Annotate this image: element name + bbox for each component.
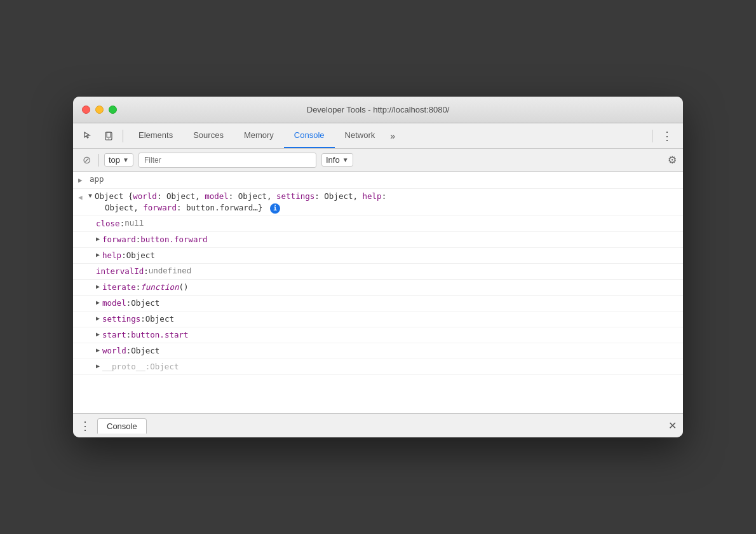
device-toggle-button[interactable] <box>100 127 118 145</box>
level-arrow-icon: ▼ <box>342 156 349 163</box>
devtools-window: Developer Tools - http://localhost:8080/… <box>73 97 683 437</box>
back-arrow-icon[interactable]: ◀ <box>78 192 86 203</box>
console-row-object: ◀ ▼ Object {world: Object, model: Object… <box>73 189 683 216</box>
expand-settings-icon[interactable]: ▶ <box>96 313 100 325</box>
context-arrow-icon: ▼ <box>123 156 129 163</box>
svg-rect-1 <box>107 132 111 137</box>
svg-point-2 <box>108 138 109 139</box>
traffic-lights <box>82 106 117 114</box>
console-row-model: ▶ model: Object <box>73 296 683 312</box>
tab-console[interactable]: Console <box>284 123 335 148</box>
tab-network[interactable]: Network <box>335 123 386 148</box>
maximize-button[interactable] <box>109 106 117 114</box>
bottom-bar: ⋮ Console ✕ <box>73 413 683 437</box>
nav-tabs: Elements Sources Memory Console Network … <box>128 123 647 148</box>
tab-sources[interactable]: Sources <box>183 123 234 148</box>
inspect-element-button[interactable] <box>79 127 97 145</box>
collapse-object-icon[interactable]: ▼ <box>88 191 92 202</box>
expand-help-icon[interactable]: ▶ <box>96 250 100 261</box>
close-button[interactable] <box>82 106 90 114</box>
bottom-menu-button[interactable]: ⋮ <box>79 419 91 433</box>
console-row-help: ▶ help: Object <box>73 248 683 264</box>
minimize-button[interactable] <box>95 106 104 114</box>
app-label: app <box>90 174 104 185</box>
console-toolbar: ⊘ top ▼ Info ▼ ⚙ <box>73 149 683 172</box>
title-bar: Developer Tools - http://localhost:8080/ <box>73 97 683 123</box>
level-selector[interactable]: Info ▼ <box>321 153 353 167</box>
expand-start-icon[interactable]: ▶ <box>96 329 100 341</box>
tab-elements[interactable]: Elements <box>128 123 183 148</box>
expand-app-icon[interactable]: ▶ <box>78 175 86 186</box>
console-row-app: ▶ app <box>73 172 683 189</box>
context-selector[interactable]: top ▼ <box>104 153 133 167</box>
close-drawer-button[interactable]: ✕ <box>668 420 677 432</box>
window-title: Developer Tools - http://localhost:8080/ <box>307 105 450 114</box>
nav-toolbar: Elements Sources Memory Console Network … <box>73 123 683 149</box>
console-settings-button[interactable]: ⚙ <box>668 154 677 166</box>
expand-proto-icon[interactable]: ▶ <box>96 361 100 373</box>
expand-forward-icon[interactable]: ▶ <box>96 234 100 245</box>
console-row-world: ▶ world: Object <box>73 343 683 359</box>
console-row-intervalid: intervalId: undefined <box>73 264 683 280</box>
bottom-console-tab[interactable]: Console <box>97 418 147 434</box>
object-info-badge[interactable]: i <box>270 203 280 214</box>
expand-model-icon[interactable]: ▶ <box>96 298 100 309</box>
console-row-proto: ▶ __proto__: Object <box>73 359 683 375</box>
filter-input[interactable] <box>138 153 316 168</box>
expand-world-icon[interactable]: ▶ <box>96 345 100 357</box>
menu-dots-button[interactable]: ⋮ <box>658 129 677 143</box>
toolbar-separator <box>123 130 123 142</box>
console-row-close: close: null <box>73 216 683 232</box>
console-toolbar-sep <box>98 154 99 167</box>
console-row-iterate: ▶ iterate: function () <box>73 280 683 296</box>
console-row-settings: ▶ settings: Object <box>73 312 683 327</box>
console-row-start: ▶ start: button.start <box>73 327 683 343</box>
console-row-forward: ▶ forward: button.forward <box>73 232 683 248</box>
tab-memory[interactable]: Memory <box>234 123 284 148</box>
clear-console-button[interactable]: ⊘ <box>79 153 93 167</box>
console-output: ▶ app ◀ ▼ Object {world: Object, model: … <box>73 172 683 413</box>
toolbar-separator-2 <box>652 130 652 142</box>
more-tabs-button[interactable]: » <box>385 131 400 141</box>
expand-iterate-icon[interactable]: ▶ <box>96 282 100 293</box>
